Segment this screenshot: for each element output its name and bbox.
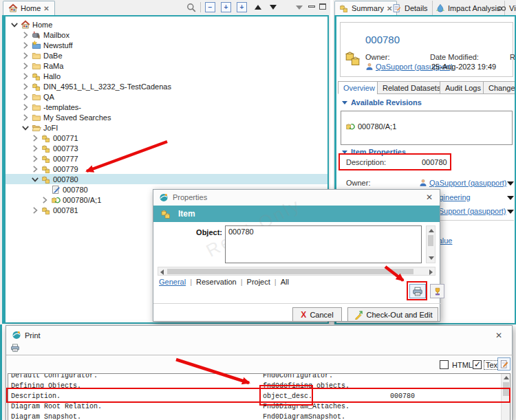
dropdown-icon[interactable] — [507, 210, 514, 214]
chevron-right-icon[interactable] — [30, 165, 39, 173]
chevron-down-icon[interactable] — [21, 124, 30, 132]
chevron-down-icon[interactable] — [30, 175, 39, 184]
chevron-right-icon[interactable] — [21, 31, 30, 39]
subtab-related-datasets[interactable]: Related Datasets — [377, 81, 446, 94]
scrollbar-thumb[interactable] — [167, 269, 413, 274]
maximize-icon[interactable] — [319, 3, 326, 10]
tree-item-hallo[interactable]: Hallo — [6, 71, 327, 81]
tree-item-jofi[interactable]: JoFI — [6, 122, 327, 133]
horizontal-scrollbar[interactable] — [158, 267, 436, 276]
print-preview-area[interactable]: Default Configurator. Fnd0Configurator. … — [8, 373, 510, 420]
revisions-listbox[interactable]: 000780/A;1 — [341, 111, 513, 145]
object-textarea[interactable]: 000780 — [225, 225, 422, 263]
expand-icon[interactable]: + — [221, 2, 231, 12]
revision-row[interactable]: 000780/A;1 — [345, 122, 396, 131]
chevron-right-icon[interactable] — [21, 62, 30, 70]
tab-separator: | — [237, 278, 247, 286]
checkout-and-edit-button[interactable]: Check-Out and Edit — [347, 307, 438, 322]
chevron-right-icon[interactable] — [30, 206, 39, 214]
scroll-left-icon[interactable] — [160, 269, 164, 275]
owner-property-link[interactable]: QaSupport (qasupport) — [429, 179, 507, 187]
folder-icon — [32, 51, 41, 60]
close-icon[interactable]: ✕ — [424, 192, 434, 202]
summary-view-tabbar: Summary ✕ Details Impact Analysis View — [333, 0, 516, 15]
chevron-right-icon[interactable] — [21, 82, 30, 91]
html-checkbox[interactable] — [440, 360, 449, 369]
scrollbar-thumb[interactable] — [428, 235, 433, 246]
available-revisions-header[interactable]: Available Revisions — [342, 98, 422, 107]
owner-property-label: Owner: — [346, 179, 370, 187]
scroll-up-icon[interactable] — [504, 376, 509, 379]
edit-output-button[interactable] — [497, 357, 510, 371]
item-type-bar: Item — [153, 206, 440, 222]
tree-item-templates[interactable]: -templates- — [6, 102, 327, 112]
close-icon[interactable]: ✕ — [494, 331, 504, 340]
properties-dialog-title: Properties — [173, 193, 207, 201]
chevron-right-icon[interactable] — [30, 155, 39, 163]
chevron-right-icon[interactable] — [21, 113, 30, 122]
chevron-right-icon[interactable] — [30, 144, 39, 153]
item-icon — [41, 133, 51, 143]
html-checkbox-group: HTML — [440, 360, 473, 369]
tree-item-my-saved-searches[interactable]: My Saved Searches — [6, 112, 327, 122]
printer-icon[interactable] — [10, 343, 20, 353]
chevron-right-icon[interactable] — [21, 52, 30, 60]
item-title: 000780 — [365, 34, 400, 45]
tree-item-rama[interactable]: RaMa — [6, 60, 327, 71]
vertical-scrollbar[interactable] — [501, 374, 510, 420]
vertical-scrollbar[interactable] — [426, 225, 436, 263]
cancel-button[interactable]: X Cancel — [292, 307, 342, 322]
search-icon[interactable] — [186, 2, 197, 13]
secondary-action-button[interactable] — [430, 284, 444, 298]
tree-item-000780-selected[interactable]: 000780 — [6, 174, 327, 184]
chevron-down-icon[interactable] — [10, 21, 19, 29]
minimize-icon[interactable] — [308, 0, 315, 8]
tree-item-dabe[interactable]: DaBe — [6, 50, 327, 60]
scrollbar-thumb[interactable] — [503, 382, 509, 396]
chevron-right-icon[interactable] — [21, 41, 30, 49]
app-logo-icon — [12, 330, 21, 340]
scroll-right-icon[interactable] — [429, 269, 433, 275]
view-menu-icon[interactable] — [296, 5, 303, 10]
expand-all-icon[interactable]: + — [237, 2, 247, 12]
tree-item-000779[interactable]: 000779 — [6, 164, 327, 174]
tree-item-din[interactable]: DIN_4951_L_L_3232_S-TestCadenas — [6, 81, 327, 91]
chevron-right-icon[interactable] — [21, 93, 30, 101]
tree-item-000771[interactable]: 000771 — [6, 133, 327, 143]
dialog-tab-all[interactable]: All — [281, 278, 289, 286]
move-up-icon[interactable] — [255, 5, 261, 10]
chevron-right-icon[interactable] — [30, 134, 39, 142]
tab-view[interactable]: View — [493, 1, 516, 15]
tree-item-home[interactable]: Home — [6, 19, 327, 30]
dialog-tab-project[interactable]: Project — [247, 278, 270, 286]
new-folder-icon — [32, 41, 41, 50]
item-properties-header[interactable]: Item Properties — [342, 148, 406, 156]
tree-item-qa[interactable]: QA — [6, 91, 327, 102]
subtab-audit-logs[interactable]: Audit Logs — [440, 81, 486, 94]
chevron-right-icon[interactable] — [21, 72, 30, 80]
move-down-icon[interactable] — [270, 5, 277, 10]
tree-item-000777[interactable]: 000777 — [6, 153, 327, 164]
properties-dialog-titlebar[interactable]: Properties ✕ — [153, 190, 440, 206]
tree-item-newstuff[interactable]: Newstuff — [6, 40, 327, 50]
subtab-change-history[interactable]: Change History — [483, 81, 516, 94]
dropdown-icon[interactable] — [507, 196, 514, 200]
tab-details[interactable]: Details — [388, 1, 433, 15]
tab-separator: | — [270, 278, 281, 286]
html-checkbox-label: HTML — [452, 361, 473, 369]
chevron-right-icon[interactable] — [40, 196, 49, 204]
collapse-all-icon[interactable]: − — [205, 2, 215, 12]
chevron-right-icon[interactable] — [21, 103, 30, 111]
dialog-tab-reservation[interactable]: Reservation — [196, 278, 237, 286]
print-button[interactable] — [409, 284, 426, 298]
dialog-tab-general[interactable]: General — [159, 278, 186, 286]
close-icon[interactable]: ✕ — [43, 5, 49, 12]
scroll-down-icon[interactable] — [429, 256, 434, 260]
scroll-up-icon[interactable] — [429, 229, 434, 232]
subtab-overview[interactable]: Overview — [338, 81, 380, 94]
text-checkbox[interactable] — [473, 360, 482, 369]
tree-item-mailbox[interactable]: Mailbox — [6, 30, 327, 40]
dropdown-icon[interactable] — [507, 181, 514, 186]
tree-item-000773[interactable]: 000773 — [6, 143, 327, 153]
tab-home[interactable]: Home ✕ — [3, 1, 55, 15]
